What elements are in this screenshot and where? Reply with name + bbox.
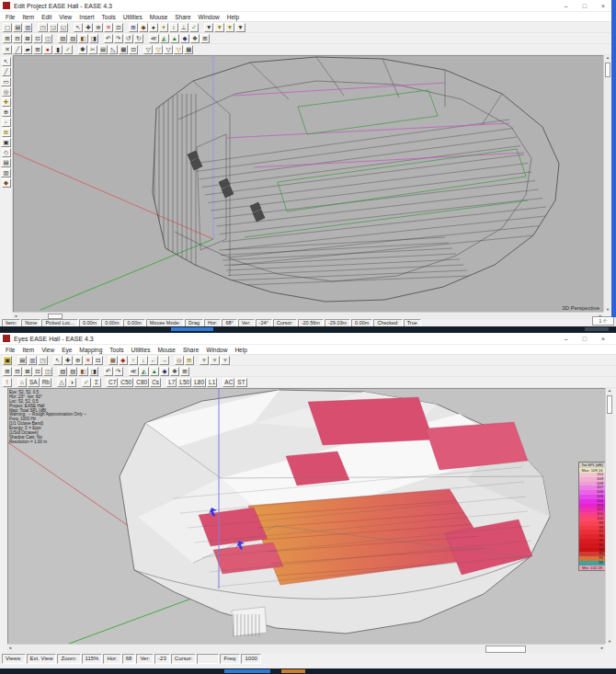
undo-icon[interactable]: ↶ xyxy=(104,34,113,43)
mapping-icon[interactable]: ▦ xyxy=(108,356,118,365)
tent-icon[interactable]: ▲ xyxy=(150,367,159,376)
sheet-tool-icon[interactable]: ▤ xyxy=(1,158,10,167)
apply-icon[interactable]: ✓ xyxy=(63,45,73,54)
pointer-icon[interactable]: ↖ xyxy=(74,23,83,32)
menu-eye[interactable]: Eye xyxy=(58,347,75,353)
menu-insert[interactable]: Insert xyxy=(75,14,97,20)
print-icon[interactable]: ◳ xyxy=(38,23,47,32)
wireframe-icon[interactable]: ▧ xyxy=(58,367,67,376)
menu-tools[interactable]: Tools xyxy=(98,14,120,20)
filter-b-icon[interactable]: ▽ xyxy=(154,45,163,54)
menu-share[interactable]: Share xyxy=(179,347,202,353)
direct-sound-button[interactable]: ⌂ xyxy=(17,378,27,387)
menu-file[interactable]: File xyxy=(2,14,18,20)
listener-icon[interactable]: ● xyxy=(149,23,158,32)
close-button[interactable]: × xyxy=(601,333,605,345)
zoom-out-icon[interactable]: ⊟ xyxy=(13,34,22,43)
mouse-mode-icon[interactable]: ✕ xyxy=(3,45,12,54)
split-view-icon[interactable]: ◫ xyxy=(43,367,52,376)
wedge-icon[interactable]: ◺ xyxy=(108,45,118,54)
up-icon[interactable]: ↑ xyxy=(129,356,138,365)
zoom-window-icon[interactable]: ⊠ xyxy=(23,367,32,376)
scroll-left-icon[interactable]: ◄ xyxy=(14,314,17,318)
snap-icon[interactable]: ⊞ xyxy=(33,45,42,54)
minimize-button[interactable]: – xyxy=(565,0,568,12)
lamp-icon[interactable]: ✦ xyxy=(159,23,168,32)
frame-icon[interactable]: ⊡ xyxy=(94,356,103,365)
ac-button[interactable]: AC xyxy=(222,378,234,387)
menu-item[interactable]: Item xyxy=(18,14,38,20)
title-bar[interactable]: Edit Project EASE Hall - EASE 4.3 – □ × xyxy=(0,0,616,12)
walker-icon[interactable]: ⊕ xyxy=(74,356,83,365)
menu-utilities[interactable]: Utilities xyxy=(127,347,154,353)
axis-icon[interactable]: ⊥ xyxy=(179,23,188,32)
draw-face-icon[interactable]: ▰ xyxy=(23,45,32,54)
time-button[interactable]: ◑ xyxy=(67,378,76,387)
alert-button[interactable]: ! xyxy=(3,378,12,387)
cs-button[interactable]: Cs xyxy=(150,378,161,387)
edit-3d-view[interactable]: 3D Perspective xyxy=(13,55,603,312)
filter-dark-icon[interactable]: ▼ xyxy=(204,23,213,32)
circle-tool-icon[interactable]: ◎ xyxy=(2,87,11,97)
scroll-right-icon[interactable]: ► xyxy=(600,645,604,650)
check-data-icon[interactable]: ✓ xyxy=(189,23,199,32)
filter-gold-icon[interactable]: ▼ xyxy=(214,23,223,32)
c7-button[interactable]: C7 xyxy=(107,378,118,387)
menu-utilities[interactable]: Utilities xyxy=(120,14,146,20)
c80-button[interactable]: C80 xyxy=(134,378,149,387)
delete-icon[interactable]: ✕ xyxy=(84,356,93,365)
shade-icon[interactable]: ◨ xyxy=(89,367,98,376)
sum-button[interactable]: Σ xyxy=(92,378,101,387)
split-view-icon[interactable]: ◫ xyxy=(43,34,52,43)
menu-view[interactable]: View xyxy=(55,14,75,20)
wireframe-icon[interactable]: ▧ xyxy=(58,34,67,43)
menu-window[interactable]: Window xyxy=(202,347,231,353)
block-icon[interactable]: ⊡ xyxy=(129,45,138,54)
menu-mouse[interactable]: Mouse xyxy=(146,14,172,20)
maximize-button[interactable]: □ xyxy=(583,333,587,345)
zoom-in-icon[interactable]: ⊞ xyxy=(3,367,12,376)
shade-icon[interactable]: ◨ xyxy=(89,34,98,43)
scroll-down-icon[interactable]: ▼ xyxy=(604,307,611,312)
hidden-line-icon[interactable]: ▨ xyxy=(68,367,77,376)
sa-button[interactable]: SA xyxy=(28,378,40,387)
walk-icon[interactable]: ↶ xyxy=(104,367,113,376)
pick-icon[interactable]: ✚ xyxy=(63,356,73,365)
speaker-icon[interactable]: ◆ xyxy=(139,23,148,32)
cross-tool-icon[interactable]: ✚ xyxy=(2,97,11,107)
scrollbar-thumb[interactable] xyxy=(485,645,526,653)
mesh-icon[interactable]: ▦ xyxy=(119,45,128,54)
edge-icon[interactable]: ▮ xyxy=(53,45,63,54)
probe-icon[interactable]: ◆ xyxy=(119,356,128,365)
open-icon[interactable]: ▤ xyxy=(13,23,22,32)
new-icon[interactable]: ▢ xyxy=(3,23,12,32)
title-bar[interactable]: Eyes EASE Hall - EASE 4.3 – □ × xyxy=(0,333,616,345)
cut-icon[interactable]: ✂ xyxy=(88,45,97,54)
zoom-out-icon[interactable]: ⊟ xyxy=(13,367,22,376)
st-button[interactable]: ST xyxy=(235,378,246,387)
check-button[interactable]: ✓ xyxy=(82,378,91,387)
filter-gold2-icon[interactable]: ▼ xyxy=(225,23,234,32)
export-icon[interactable]: ◱ xyxy=(59,23,68,32)
select-tool-icon[interactable]: ↖ xyxy=(2,57,11,66)
rotate-cw-icon[interactable]: ↻ xyxy=(134,34,143,43)
face-tool-icon[interactable]: ▭ xyxy=(1,77,10,86)
palette-icon[interactable]: ⊞ xyxy=(185,356,194,365)
menu-file[interactable]: File xyxy=(2,347,18,353)
filter-3-icon[interactable]: ▼ xyxy=(221,356,230,365)
rb-button[interactable]: Rb xyxy=(40,378,51,387)
solid-tool-icon[interactable]: ◆ xyxy=(2,178,11,188)
filter-2-icon[interactable]: ▼ xyxy=(210,356,219,365)
origin-icon[interactable]: ● xyxy=(43,45,52,54)
zoom-all-icon[interactable]: ⊡ xyxy=(33,367,42,376)
menu-edit[interactable]: Edit xyxy=(38,14,55,20)
grid-icon[interactable]: ⊞ xyxy=(200,34,210,43)
table-icon[interactable]: ⊞ xyxy=(129,23,138,32)
menu-mouse[interactable]: Mouse xyxy=(154,347,179,353)
object-icon[interactable]: ◆ xyxy=(180,34,189,43)
menu-tools[interactable]: Tools xyxy=(106,347,127,353)
l80-button[interactable]: L80 xyxy=(192,378,206,387)
menu-item[interactable]: Item xyxy=(18,347,38,353)
vertical-scrollbar[interactable]: ▲ ▼ xyxy=(603,55,611,312)
cluster-icon[interactable]: ❖ xyxy=(170,367,179,376)
